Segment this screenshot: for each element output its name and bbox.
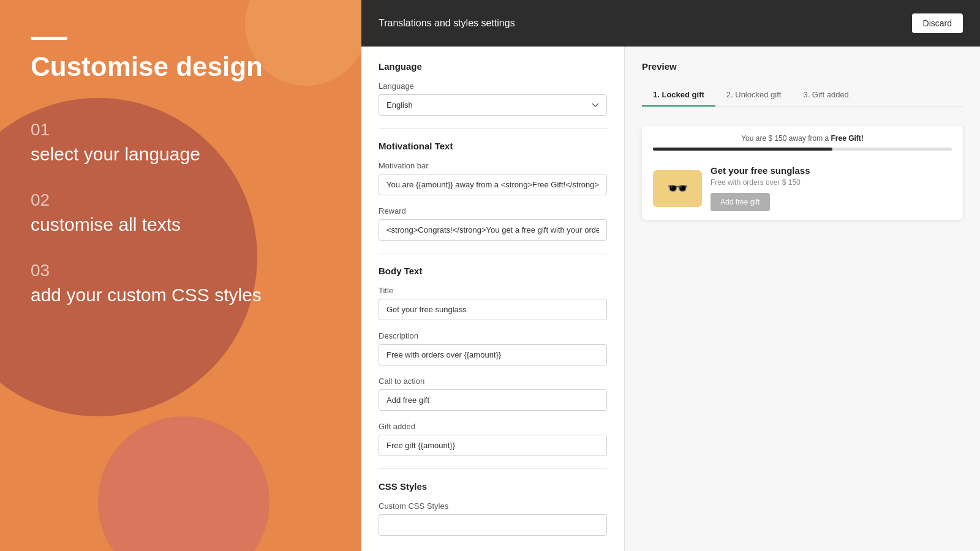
preview-widget: You are $ 150 away from a Free Gift! 🕶️ …: [642, 126, 963, 220]
motivation-text-bold: Free Gift!: [831, 134, 863, 143]
step-1-number: 01: [31, 120, 349, 140]
gift-title-preview: Get your free sunglass: [710, 165, 952, 176]
language-section-heading: Language: [379, 61, 607, 72]
gift-description-preview: Free with orders over $ 150: [710, 178, 952, 187]
progress-bar-fill: [653, 148, 832, 151]
gift-card-preview: 🕶️ Get your free sunglass Free with orde…: [642, 157, 963, 220]
reward-field: Reward: [379, 206, 607, 241]
custom-css-field: Custom CSS Styles: [379, 501, 607, 536]
divider-2: [379, 253, 607, 253]
cta-label: Call to action: [379, 377, 607, 386]
cta-input[interactable]: [379, 389, 607, 411]
panel-body: Language Language English French German …: [361, 47, 980, 551]
language-select[interactable]: English French German Spanish: [379, 94, 607, 116]
gift-added-label: Gift added: [379, 422, 607, 431]
language-label: Language: [379, 81, 607, 91]
step-3-label: add your custom CSS styles: [31, 283, 349, 307]
divider-1: [379, 128, 607, 129]
gift-emoji: 🕶️: [667, 178, 688, 198]
reward-label: Reward: [379, 206, 607, 216]
motivation-text-preview: You are $ 150 away from a Free Gift!: [653, 134, 952, 143]
gift-added-input[interactable]: [379, 435, 607, 456]
description-field: Description: [379, 331, 607, 365]
motivation-bar-input[interactable]: [379, 174, 607, 195]
add-gift-button-preview[interactable]: Add free gift: [710, 193, 770, 211]
gift-info: Get your free sunglass Free with orders …: [710, 165, 952, 211]
left-content: Customise design 01 select your language…: [0, 0, 380, 551]
preview-heading: Preview: [642, 61, 963, 72]
custom-css-input[interactable]: [379, 514, 607, 536]
step-2-number: 02: [31, 190, 349, 210]
gift-image: 🕶️: [653, 170, 702, 207]
step-2-label: customise all texts: [31, 212, 349, 236]
motivation-text-part1: You are $ 150 away from a: [741, 134, 831, 143]
preview-tabs: 1. Locked gift 2. Unlocked gift 3. Gift …: [642, 84, 963, 107]
title-bar-decoration: [31, 37, 67, 40]
discard-button[interactable]: Discard: [912, 13, 963, 33]
custom-css-label: Custom CSS Styles: [379, 501, 607, 511]
language-field-group: Language English French German Spanish: [379, 81, 607, 116]
preview-section: Preview 1. Locked gift 2. Unlocked gift …: [625, 47, 980, 551]
tab-unlocked-gift[interactable]: 2. Unlocked gift: [715, 84, 793, 107]
description-label: Description: [379, 331, 607, 340]
description-input[interactable]: [379, 344, 607, 365]
body-section-heading: Body Text: [379, 266, 607, 276]
title-label: Title: [379, 286, 607, 295]
step-3-number: 03: [31, 261, 349, 280]
tab-gift-added[interactable]: 3. Gift added: [792, 84, 859, 107]
motivational-section-heading: Motivational Text: [379, 141, 607, 151]
progress-bar-background: [653, 148, 952, 151]
right-panel: Translations and styles settings Discard…: [361, 0, 980, 551]
step-1-label: select your language: [31, 142, 349, 166]
motivation-bar-label: Motivation bar: [379, 161, 607, 170]
gift-added-field: Gift added: [379, 422, 607, 456]
panel-title: Translations and styles settings: [379, 18, 515, 29]
reward-input[interactable]: [379, 219, 607, 241]
tab-locked-gift[interactable]: 1. Locked gift: [642, 84, 715, 107]
motivation-bar-preview: You are $ 150 away from a Free Gift!: [642, 126, 963, 157]
step-1: 01 select your language: [31, 120, 349, 166]
motivation-bar-field: Motivation bar: [379, 161, 607, 195]
form-section: Language Language English French German …: [361, 47, 625, 551]
title-field: Title: [379, 286, 607, 320]
css-section-heading: CSS Styles: [379, 481, 607, 492]
step-2: 02 customise all texts: [31, 190, 349, 236]
step-3: 03 add your custom CSS styles: [31, 261, 349, 307]
cta-field: Call to action: [379, 377, 607, 411]
page-title: Customise design: [31, 51, 349, 83]
panel-header: Translations and styles settings Discard: [361, 0, 980, 47]
divider-3: [379, 468, 607, 469]
title-input[interactable]: [379, 299, 607, 320]
